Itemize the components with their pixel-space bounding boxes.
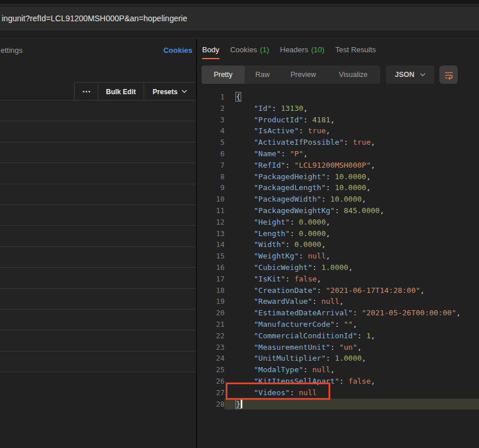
code-line: 1{ bbox=[197, 91, 479, 103]
view-mode-raw[interactable]: Raw bbox=[245, 65, 280, 84]
tab-settings[interactable]: ettings bbox=[1, 46, 22, 55]
code-token: , bbox=[353, 320, 357, 329]
view-mode-visualize[interactable]: Visualize bbox=[326, 65, 380, 84]
code-line: 17"IsKit": false, bbox=[197, 273, 479, 285]
param-row[interactable] bbox=[0, 289, 196, 310]
param-row[interactable] bbox=[0, 101, 196, 121]
response-tab-cookies[interactable]: Cookies(1) bbox=[230, 38, 269, 61]
code-line-content: "IsKit": false, bbox=[225, 273, 479, 285]
code-token: , bbox=[339, 297, 344, 306]
code-line-content: "ModalType": null, bbox=[225, 364, 479, 376]
presets-dropdown[interactable]: Presets bbox=[144, 83, 196, 101]
response-tab-test-results[interactable]: Test Results bbox=[335, 38, 376, 61]
code-line-content: "KitItensSellApart": false, bbox=[225, 376, 479, 387]
code-token: "CommercialConditionId" bbox=[254, 331, 357, 340]
code-line: 23"MeasurementUnit": "un", bbox=[197, 342, 479, 353]
param-row[interactable] bbox=[0, 268, 196, 288]
more-options-icon bbox=[83, 91, 84, 92]
response-view-toolbar: PrettyRawPreviewVisualize JSON bbox=[197, 65, 479, 84]
param-row[interactable] bbox=[0, 205, 196, 226]
wrap-lines-button[interactable] bbox=[439, 65, 458, 84]
code-token: "ProductId" bbox=[254, 115, 303, 124]
code-token: "PackagedWeightKg" bbox=[254, 206, 335, 215]
code-token: "P" bbox=[290, 149, 303, 158]
request-pane: ettings Cookies Bulk Edit Presets bbox=[0, 38, 197, 448]
code-line-content: "MeasurementUnit": "un", bbox=[225, 342, 479, 353]
param-row[interactable] bbox=[0, 184, 196, 205]
code-token: null bbox=[321, 297, 339, 306]
code-token: "Width" bbox=[254, 240, 285, 249]
bulk-edit-button[interactable]: Bulk Edit bbox=[98, 83, 144, 101]
code-token: , bbox=[326, 229, 330, 238]
param-row[interactable] bbox=[0, 226, 196, 246]
code-token: "KitItensSellApart" bbox=[254, 377, 339, 385]
code-line: 22"CommercialConditionId": 1, bbox=[197, 330, 479, 342]
view-mode-preview[interactable]: Preview bbox=[280, 65, 326, 84]
code-line: 6"Name": "P", bbox=[197, 148, 479, 160]
line-number: 27 bbox=[197, 387, 225, 399]
code-line-content: "WeightKg": null, bbox=[225, 250, 479, 262]
line-number: 14 bbox=[197, 239, 225, 250]
code-token: : bbox=[312, 297, 322, 306]
code-token: "CubicWeight" bbox=[254, 263, 312, 272]
param-row[interactable] bbox=[0, 330, 196, 351]
view-mode-pretty[interactable]: Pretty bbox=[202, 65, 245, 84]
response-tab-body[interactable]: Body bbox=[202, 38, 219, 61]
code-token: : bbox=[312, 263, 322, 272]
line-number: 19 bbox=[197, 296, 225, 307]
code-token: : bbox=[317, 286, 326, 295]
more-options-button[interactable] bbox=[74, 83, 98, 101]
code-line-content: "EstimatedDateArrival": "2021-05-26T00:0… bbox=[225, 307, 479, 319]
code-token: 13130 bbox=[281, 104, 303, 113]
line-number: 9 bbox=[197, 182, 225, 194]
cookies-link[interactable]: Cookies bbox=[163, 46, 192, 55]
code-line: 14"Width": 0.0000, bbox=[197, 239, 479, 250]
line-number: 20 bbox=[197, 307, 225, 319]
code-token: "ActivateIfPossible" bbox=[254, 138, 344, 146]
code-token: false bbox=[294, 275, 316, 283]
code-line: 15"WeightKg": null, bbox=[197, 250, 479, 262]
code-line: 24"UnitMultiplier": 1.0000, bbox=[197, 353, 479, 364]
code-token: "Length" bbox=[254, 229, 290, 238]
code-token: "WeightKg" bbox=[254, 252, 299, 260]
code-token: , bbox=[303, 104, 308, 113]
code-token: : bbox=[335, 320, 344, 329]
code-token: 10.0000 bbox=[335, 183, 366, 192]
param-row[interactable] bbox=[0, 247, 196, 268]
param-row[interactable] bbox=[0, 310, 196, 330]
code-token: , bbox=[371, 377, 376, 385]
code-token: : bbox=[290, 218, 299, 226]
line-number: 28 bbox=[197, 399, 225, 410]
code-token: "Id" bbox=[254, 104, 272, 113]
code-line-content: } bbox=[225, 399, 479, 410]
param-row[interactable] bbox=[0, 142, 196, 163]
format-dropdown[interactable]: JSON bbox=[386, 65, 434, 84]
response-tab-headers[interactable]: Headers(10) bbox=[280, 38, 325, 61]
request-url-input[interactable]: ingunit?refId=LCL91200MSH000P&an=hopelin… bbox=[0, 7, 479, 30]
code-token: , bbox=[321, 240, 326, 249]
code-token: "IsKit" bbox=[254, 275, 285, 283]
code-token: 1 bbox=[366, 331, 371, 340]
code-token: : bbox=[321, 195, 330, 203]
response-body-editor[interactable]: 1{2"Id": 13130,3"ProductId": 4181,4"IsAc… bbox=[197, 91, 479, 410]
line-number: 10 bbox=[197, 194, 225, 205]
code-line-content: "PackagedHeight": 10.0000, bbox=[225, 171, 479, 183]
line-number: 21 bbox=[197, 319, 225, 330]
code-line-content: "IsActive": true, bbox=[225, 125, 479, 137]
line-number: 24 bbox=[197, 353, 225, 364]
param-row[interactable] bbox=[0, 163, 196, 184]
code-token: : bbox=[299, 252, 308, 260]
code-token: : bbox=[285, 161, 295, 169]
code-line-content: "Videos": null bbox=[225, 387, 479, 399]
code-token: 845.0000 bbox=[344, 206, 380, 215]
code-token: : bbox=[299, 126, 308, 135]
param-row[interactable] bbox=[0, 121, 196, 142]
code-token: : bbox=[303, 365, 312, 374]
params-table bbox=[0, 101, 196, 372]
code-token: 10.0000 bbox=[335, 172, 366, 181]
window-top-bar bbox=[0, 0, 479, 5]
param-row[interactable] bbox=[0, 352, 196, 372]
code-token: : bbox=[330, 343, 339, 352]
matched-bracket: } bbox=[236, 400, 241, 408]
tab-label: Cookies bbox=[230, 38, 257, 61]
